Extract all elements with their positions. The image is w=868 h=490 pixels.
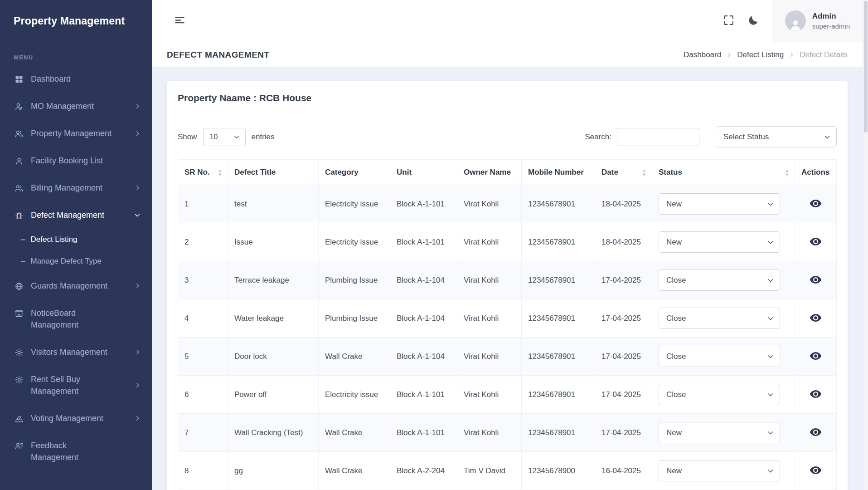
cell-mobile-number: 12345678901 <box>522 261 595 299</box>
chevron-right-icon <box>134 185 141 191</box>
view-defect-button[interactable] <box>810 350 822 363</box>
cell-mobile-number: 12345678901 <box>522 185 595 223</box>
view-defect-button[interactable] <box>810 197 822 211</box>
table-row: 7Wall Cracking (Test)Wall CrakeBlock A-1… <box>178 414 837 452</box>
cell-unit: Block A-1-101 <box>390 223 457 261</box>
sidebar-item-defect-management[interactable]: Defect Management <box>0 201 152 229</box>
grid-icon <box>14 74 24 85</box>
sidebar-item-visitors-management[interactable]: Visitors Management <box>0 338 152 366</box>
cell-sr-no: 2 <box>178 223 228 261</box>
cell-defect-title: Water leakage <box>228 299 319 338</box>
row-status-select[interactable]: New <box>659 193 780 215</box>
sidebar-subitem-manage-defect-type[interactable]: –Manage Defect Type <box>0 250 152 272</box>
cell-owner-name: Virat Kohli <box>457 185 522 223</box>
page-size-select[interactable]: 10 <box>203 128 246 146</box>
cell-unit: Block A-1-104 <box>390 299 457 338</box>
column-header-date[interactable]: Date▴▾ <box>595 160 652 185</box>
page-title: DEFECT MANAGEMENT <box>167 50 269 60</box>
cell-unit: Block A-1-101 <box>390 185 457 223</box>
cell-defect-title: gg <box>228 452 319 490</box>
chevron-right-icon <box>134 349 141 356</box>
cell-unit: Block A-1-104 <box>390 338 457 376</box>
topbar-right: Admin super-admin <box>716 0 863 42</box>
card-header: Property Naame : RCB House <box>167 81 848 115</box>
view-defect-button[interactable] <box>810 235 822 249</box>
sidebar-item-billing-management[interactable]: Billing Management <box>0 174 152 201</box>
search-input[interactable] <box>617 128 699 146</box>
cell-date: 17-04-2025 <box>595 299 652 338</box>
eye-icon <box>810 388 822 402</box>
cell-defect-title: Wall Cracking (Test) <box>228 414 319 452</box>
row-status-select[interactable]: New <box>659 231 780 253</box>
sidebar-item-guards-management[interactable]: Guards Management <box>0 272 152 299</box>
table-row: 6Power offElectricity issueBlock A-1-101… <box>178 376 837 414</box>
dash-icon: – <box>21 234 25 245</box>
row-status-select-wrap: New <box>659 193 780 215</box>
row-status-select[interactable]: Close <box>659 270 780 291</box>
row-status-select[interactable]: New <box>659 460 780 481</box>
cell-owner-name: Virat Kohli <box>457 338 522 376</box>
vertical-scrollbar[interactable] <box>863 0 868 490</box>
table-row: 5Door lockWall CrakeBlock A-1-104Virat K… <box>178 338 837 376</box>
view-defect-button[interactable] <box>810 426 822 440</box>
sidebar-item-voting-management[interactable]: Voting Management <box>0 405 152 432</box>
cell-unit: Block A-1-101 <box>390 414 457 452</box>
sidebar-item-dashboard[interactable]: Dashboard <box>0 65 152 93</box>
status-filter-select[interactable]: Select Status <box>716 126 837 147</box>
card-body: Show 10 entries Search: <box>167 115 848 490</box>
breadcrumb-item-dashboard[interactable]: Dashboard <box>684 50 721 59</box>
view-defect-button[interactable] <box>810 274 822 287</box>
cell-status: New <box>652 223 795 261</box>
sidebar-item-rent-sell-buy-management[interactable]: Rent Sell Buy Management <box>0 366 152 405</box>
row-status-select[interactable]: Close <box>659 308 780 329</box>
content-area: Property Naame : RCB House Show 10 <box>152 68 863 490</box>
cell-sr-no: 4 <box>178 299 228 338</box>
sidebar-item-feedback-management[interactable]: Feedback Management <box>0 432 152 471</box>
cell-status: New <box>652 414 795 452</box>
user-icon <box>14 156 24 167</box>
sidebar-subitem-defect-listing[interactable]: –Defect Listing <box>0 229 152 250</box>
sidebar-item-property-management[interactable]: Property Management <box>0 120 152 147</box>
fullscreen-button[interactable] <box>716 0 741 42</box>
view-defect-button[interactable] <box>810 312 822 325</box>
dark-mode-button[interactable] <box>741 0 766 42</box>
sidebar-toggle-button[interactable] <box>167 0 193 42</box>
moon-icon <box>748 15 759 27</box>
column-header-mobile-number[interactable]: Mobile Number <box>522 160 595 185</box>
column-header-unit[interactable]: Unit <box>390 160 457 185</box>
sidebar-item-mo-management[interactable]: MO Management <box>0 93 152 120</box>
cell-mobile-number: 12345678901 <box>522 414 595 452</box>
user-menu[interactable]: Admin super-admin <box>772 0 863 42</box>
row-status-select[interactable]: Close <box>659 346 780 367</box>
sidebar: Property Management MENU DashboardMO Man… <box>0 0 152 490</box>
search-label: Search: <box>585 132 611 142</box>
sidebar-item-facility-booking-list[interactable]: Facility Booking List <box>0 147 152 174</box>
app-title: Property Management <box>0 0 152 42</box>
breadcrumb-item-defect-listing[interactable]: Defect Listing <box>737 50 784 59</box>
main-area: Admin super-admin DEFECT MANAGEMENT Dash… <box>152 0 863 490</box>
scrollbar-thumb[interactable] <box>864 1 868 132</box>
user-role: super-admin <box>812 22 850 30</box>
column-header-status[interactable]: Status▴▾ <box>652 160 795 185</box>
eye-icon <box>810 312 822 325</box>
sort-icon: ▴▾ <box>786 168 788 176</box>
cell-sr-no: 1 <box>178 185 228 223</box>
view-defect-button[interactable] <box>810 464 822 478</box>
view-defect-button[interactable] <box>810 388 822 402</box>
column-header-actions[interactable]: Actions <box>795 160 837 185</box>
row-status-select[interactable]: Close <box>659 384 780 405</box>
column-header-owner-name[interactable]: Owner Name <box>457 160 522 185</box>
chevron-right-icon <box>134 382 141 389</box>
eye-icon <box>810 426 822 440</box>
table-header-row: SR No.▴▾Defect TitleCategoryUnitOwner Na… <box>178 160 837 185</box>
chevron-down-icon <box>134 211 141 219</box>
column-header-sr-no[interactable]: SR No.▴▾ <box>178 160 228 185</box>
row-status-select[interactable]: New <box>659 422 780 443</box>
column-header-category[interactable]: Category <box>319 160 390 185</box>
app-root: Property Management MENU DashboardMO Man… <box>0 0 863 490</box>
sidebar-item-noticeboard-management[interactable]: NoticeBoard Management <box>0 299 152 338</box>
cell-category: Wall Crake <box>319 452 390 490</box>
avatar <box>785 10 806 31</box>
cell-sr-no: 7 <box>178 414 228 452</box>
column-header-defect-title[interactable]: Defect Title <box>228 160 319 185</box>
